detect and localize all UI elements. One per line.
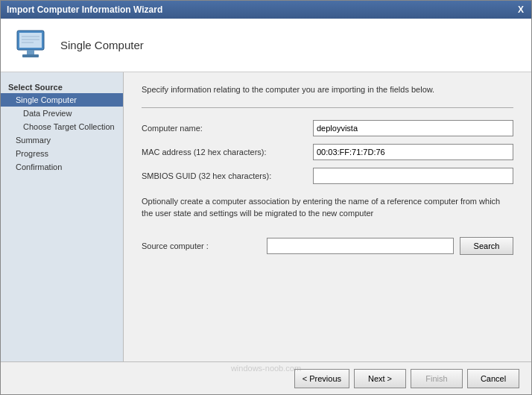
next-button[interactable]: Next >: [354, 369, 406, 388]
computer-name-label: Computer name:: [142, 124, 313, 133]
finish-button[interactable]: Finish: [411, 369, 463, 388]
sidebar-item-summary[interactable]: Summary: [1, 133, 123, 147]
mac-address-row: MAC address (12 hex characters):: [142, 144, 513, 160]
smbios-guid-row: SMBIOS GUID (32 hex characters):: [142, 168, 513, 184]
window-title: Import Computer Information Wizard: [7, 4, 162, 15]
sidebar-item-single-computer[interactable]: Single Computer: [1, 93, 123, 107]
computer-icon: [13, 28, 48, 63]
separator: [142, 107, 513, 108]
smbios-guid-label: SMBIOS GUID (32 hex characters):: [142, 171, 313, 180]
svg-rect-1: [19, 33, 42, 48]
sidebar-item-data-preview[interactable]: Data Preview: [1, 107, 123, 120]
mac-address-label: MAC address (12 hex characters):: [142, 148, 313, 157]
computer-name-row: Computer name:: [142, 120, 513, 136]
source-computer-row: Source computer : Search: [142, 237, 513, 255]
sidebar: Select Source Single Computer Data Previ…: [1, 72, 124, 361]
header-title: Single Computer: [60, 39, 144, 51]
svg-rect-3: [22, 54, 39, 57]
computer-name-input[interactable]: [313, 120, 513, 136]
note-text: Optionally create a computer association…: [142, 196, 513, 219]
footer: < Previous Next > Finish Cancel: [1, 361, 531, 394]
sidebar-item-confirmation[interactable]: Confirmation: [1, 160, 123, 174]
smbios-guid-input[interactable]: [313, 168, 513, 184]
svg-rect-2: [27, 50, 34, 54]
previous-button[interactable]: < Previous: [294, 369, 349, 388]
close-button[interactable]: X: [516, 4, 525, 15]
sidebar-item-progress[interactable]: Progress: [1, 147, 123, 160]
description-text: Specify information relating to the comp…: [142, 84, 513, 95]
source-computer-input[interactable]: [267, 238, 454, 254]
wizard-window: Import Computer Information Wizard X: [0, 0, 532, 395]
mac-address-input[interactable]: [313, 144, 513, 160]
source-label: Source computer :: [142, 241, 261, 250]
sidebar-section-select-source: Select Source: [1, 78, 123, 93]
cancel-button[interactable]: Cancel: [467, 369, 519, 388]
content-area: Specify information relating to the comp…: [124, 72, 531, 361]
search-button[interactable]: Search: [460, 237, 513, 255]
header-area: Single Computer: [1, 19, 531, 72]
main-content: Select Source Single Computer Data Previ…: [1, 72, 531, 361]
sidebar-item-choose-target[interactable]: Choose Target Collection: [1, 120, 123, 133]
title-bar: Import Computer Information Wizard X: [1, 1, 531, 19]
